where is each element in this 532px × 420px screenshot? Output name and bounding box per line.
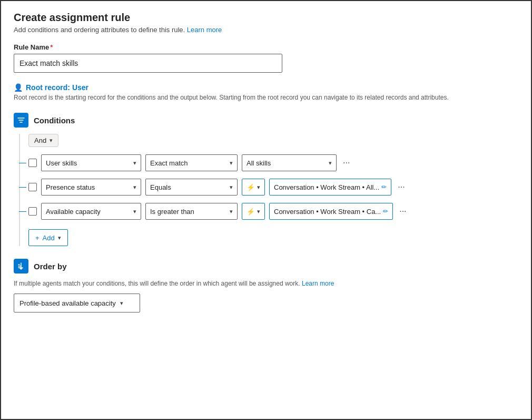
more-options-button-3[interactable]: ··· [397, 203, 408, 220]
more-options-button-2[interactable]: ··· [396, 179, 407, 196]
field-dropdown-2[interactable]: Presence status ▾ [41, 179, 141, 196]
rule-name-input[interactable] [14, 54, 282, 73]
lightning-button-2[interactable]: ⚡ ▾ [242, 179, 265, 196]
chevron-down-icon: ▾ [230, 160, 233, 167]
page-title: Create assignment rule [14, 12, 518, 24]
rule-name-section: Rule Name* [14, 43, 518, 83]
lightning-icon: ⚡ [247, 208, 255, 216]
chevron-down-icon: ▾ [58, 235, 61, 241]
learn-more-link[interactable]: Learn more [187, 26, 222, 34]
value-with-edit-2[interactable]: Conversation • Work Stream • All... ✏ [269, 179, 391, 196]
operator-dropdown-3[interactable]: Is greater than ▾ [145, 203, 238, 220]
condition-checkbox-2[interactable] [28, 183, 37, 191]
chevron-down-icon: ▾ [133, 160, 136, 167]
order-by-icon [14, 259, 28, 274]
conditions-container: And ▾ User skills ▾ Exact match ▾ All sk… [19, 134, 518, 246]
edit-icon[interactable]: ✏ [381, 183, 387, 191]
condition-checkbox-3[interactable] [28, 207, 37, 216]
lightning-button-3[interactable]: ⚡ ▾ [242, 203, 265, 220]
user-icon: 👤 [14, 83, 23, 92]
order-by-header: Order by [14, 259, 518, 274]
lightning-icon: ⚡ [247, 183, 255, 191]
add-condition-button[interactable]: + Add ▾ [28, 229, 68, 246]
chevron-down-icon: ▾ [257, 208, 260, 215]
plus-icon: + [35, 234, 40, 242]
condition-checkbox-1[interactable] [28, 159, 37, 167]
chevron-down-icon: ▾ [133, 208, 136, 215]
operator-dropdown-2[interactable]: Equals ▾ [145, 179, 238, 196]
order-learn-more-link[interactable]: Learn more [302, 280, 334, 287]
root-record-section: 👤 Root record: User Root record is the s… [14, 83, 518, 101]
condition-row: Presence status ▾ Equals ▾ ⚡ ▾ Conversat… [28, 179, 518, 196]
chevron-down-icon: ▾ [257, 184, 260, 191]
root-record-title: 👤 Root record: User [14, 83, 518, 92]
conditions-header: Conditions [14, 113, 518, 128]
chevron-down-icon: ▾ [230, 184, 233, 191]
order-by-dropdown[interactable]: Profile-based available capacity ▾ [14, 294, 140, 312]
conditions-title: Conditions [34, 116, 75, 125]
more-options-button-1[interactable]: ··· [341, 154, 352, 171]
rule-name-label: Rule Name* [14, 43, 518, 51]
and-dropdown[interactable]: And ▾ [28, 134, 58, 147]
field-dropdown-1[interactable]: User skills ▾ [41, 154, 141, 171]
conditions-section: Conditions And ▾ User skills ▾ Exact mat… [14, 113, 518, 246]
conditions-icon [14, 113, 28, 128]
chevron-down-icon: ▾ [230, 208, 233, 215]
value-field-1[interactable]: All skills ▾ [242, 154, 337, 171]
order-by-desc: If multiple agents match your conditions… [14, 280, 518, 287]
condition-row: Available capacity ▾ Is greater than ▾ ⚡… [28, 203, 518, 220]
chevron-down-icon: ▾ [133, 184, 136, 191]
root-record-desc: Root record is the starting record for t… [14, 94, 518, 101]
order-by-title: Order by [34, 262, 67, 271]
value-with-edit-3[interactable]: Conversation • Work Stream • Ca... ✏ [269, 203, 393, 220]
page-subtitle: Add conditions and ordering attributes t… [14, 26, 518, 34]
field-dropdown-3[interactable]: Available capacity ▾ [41, 203, 141, 220]
condition-row: User skills ▾ Exact match ▾ All skills ▾… [28, 154, 518, 171]
chevron-down-icon: ▾ [329, 160, 332, 167]
order-by-section: Order by If multiple agents match your c… [14, 259, 518, 312]
operator-dropdown-1[interactable]: Exact match ▾ [145, 154, 238, 171]
chevron-down-icon: ▾ [120, 300, 123, 307]
chevron-down-icon: ▾ [50, 137, 53, 144]
edit-icon[interactable]: ✏ [383, 208, 388, 215]
